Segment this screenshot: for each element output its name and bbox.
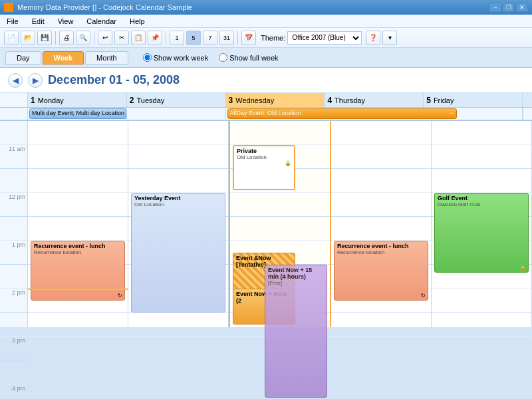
menu-file[interactable]: File [4, 17, 21, 26]
allday-gutter [0, 108, 28, 120]
day-col-wednesday[interactable]: Private Old Location 🔒 Event &Now [Tenta… [229, 121, 331, 327]
day-col-thursday[interactable]: Recurrence event - lunch Recurrence loca… [331, 121, 432, 327]
app-icon [4, 3, 13, 12]
view5-button[interactable]: 5 [186, 31, 201, 45]
col-monday: 1 Monday [28, 93, 127, 107]
separator-4 [237, 31, 238, 45]
separator-1 [55, 31, 56, 45]
tab-month[interactable]: Month [85, 51, 128, 65]
paste-button[interactable]: 📌 [148, 31, 162, 45]
cut-button[interactable]: ✂ [114, 31, 129, 45]
open-button[interactable]: 📂 [21, 31, 35, 45]
theme-select[interactable]: Office 2007 (Blue) Office 2007 (Silver) … [287, 31, 362, 45]
event-now-free[interactable]: Event Now + 15 min (4 hours) [Free] [265, 265, 327, 398]
day-col-tuesday[interactable]: Yesterday Event Old Location [128, 121, 229, 327]
yesterday-event[interactable]: Yesterday Event Old Location [131, 193, 225, 313]
allday-event[interactable]: AllDay Event: Old Location → [227, 108, 458, 119]
day-col-friday[interactable]: Golf Event Owosso Golf Club 🔒 [432, 121, 532, 327]
dropdown-button[interactable]: ▾ [382, 31, 397, 45]
tab-day[interactable]: Day [5, 51, 41, 65]
undo-button[interactable]: ↩ [98, 31, 112, 45]
window-controls: − ❐ ✕ [489, 3, 528, 12]
col-friday: 5 Friday [424, 93, 523, 107]
private-event[interactable]: Private Old Location 🔒 [233, 145, 295, 190]
search-button[interactable]: 🔍 [76, 31, 90, 45]
scrollbar-placeholder [523, 93, 532, 107]
titlebar: Memory Data Provider [] - Codejock Calen… [0, 0, 532, 15]
day-col-monday[interactable]: Recurrence event - lunch Recurrence loca… [28, 121, 128, 327]
prev-button[interactable]: ◀ [8, 73, 23, 88]
recurrence-event-monday[interactable]: Recurrence event - lunch Recurrence loca… [31, 241, 125, 301]
allday-tuesday [127, 108, 226, 120]
calendar-grid: 1 Monday 2 Tuesday 3 Wednesday 4 Thursda… [0, 93, 532, 399]
allday-row: Multi day Event; Multi day Location AllD… [0, 108, 532, 121]
col-thursday: 4 Thursday [325, 93, 424, 107]
view31-button[interactable]: 31 [219, 31, 234, 45]
close-button[interactable]: ✕ [516, 3, 528, 12]
view7-button[interactable]: 7 [203, 31, 217, 45]
radio-full-week[interactable]: Show full week [219, 53, 278, 62]
allday-wednesday: AllDay Event: Old Location → [226, 108, 325, 120]
separator-3 [166, 31, 166, 45]
restore-button[interactable]: ❐ [503, 3, 515, 12]
next-button[interactable]: ▶ [28, 73, 43, 88]
multiday-event[interactable]: Multi day Event; Multi day Location [29, 108, 126, 119]
menu-edit[interactable]: Edit [29, 17, 47, 26]
date-range: December 01 - 05, 2008 [48, 73, 180, 87]
copy-button[interactable]: 📋 [131, 31, 146, 45]
window-title: Memory Data Provider [] - Codejock Calen… [17, 3, 485, 11]
calendar-button[interactable]: 📅 [241, 31, 256, 45]
time-grid[interactable]: 11 am 12 pm 1 pm 2 pm 3 pm 4 pm 5 pm 6 p… [0, 121, 532, 399]
view-options: Show work week Show full week [143, 53, 279, 62]
menu-view[interactable]: View [55, 17, 76, 26]
column-headers: 1 Monday 2 Tuesday 3 Wednesday 4 Thursda… [0, 93, 532, 108]
toolbar: 📄 📂 💾 🖨 🔍 ↩ ✂ 📋 📌 1 5 7 31 📅 Theme: Offi… [0, 28, 532, 48]
print-button[interactable]: 🖨 [59, 31, 74, 45]
recurrence-event-thursday[interactable]: Recurrence event - lunch Recurrence loca… [334, 241, 428, 301]
golf-event[interactable]: Golf Event Owosso Golf Club 🔒 [434, 193, 529, 273]
allday-arrow: → [448, 110, 454, 116]
calendar-area: ◀ ▶ December 01 - 05, 2008 1 Monday 2 Tu… [0, 68, 532, 399]
time-column: 11 am 12 pm 1 pm 2 pm 3 pm 4 pm 5 pm 6 p… [0, 121, 28, 327]
calendar-header: ◀ ▶ December 01 - 05, 2008 [0, 68, 532, 93]
allday-monday: Multi day Event; Multi day Location [28, 108, 127, 120]
separator-2 [94, 31, 94, 45]
menu-calendar[interactable]: Calendar [84, 17, 119, 26]
current-time-line [28, 289, 128, 290]
new-button[interactable]: 📄 [4, 31, 19, 45]
theme-label: Theme: [261, 34, 285, 42]
time-gutter-header [0, 93, 28, 107]
tab-week[interactable]: Week [43, 51, 84, 65]
navtabs: Day Week Month Show work week Show full … [0, 48, 532, 68]
save-button[interactable]: 💾 [37, 31, 52, 45]
radio-work-week[interactable]: Show work week [143, 53, 209, 62]
col-wednesday: 3 Wednesday [226, 93, 325, 107]
minimize-button[interactable]: − [489, 3, 501, 12]
menu-help[interactable]: Help [127, 17, 148, 26]
help-button[interactable]: ❓ [366, 31, 380, 45]
view1-button[interactable]: 1 [170, 31, 184, 45]
col-tuesday: 2 Tuesday [127, 93, 226, 107]
allday-scrollbar [523, 108, 532, 120]
menubar: File Edit View Calendar Help [0, 15, 532, 28]
